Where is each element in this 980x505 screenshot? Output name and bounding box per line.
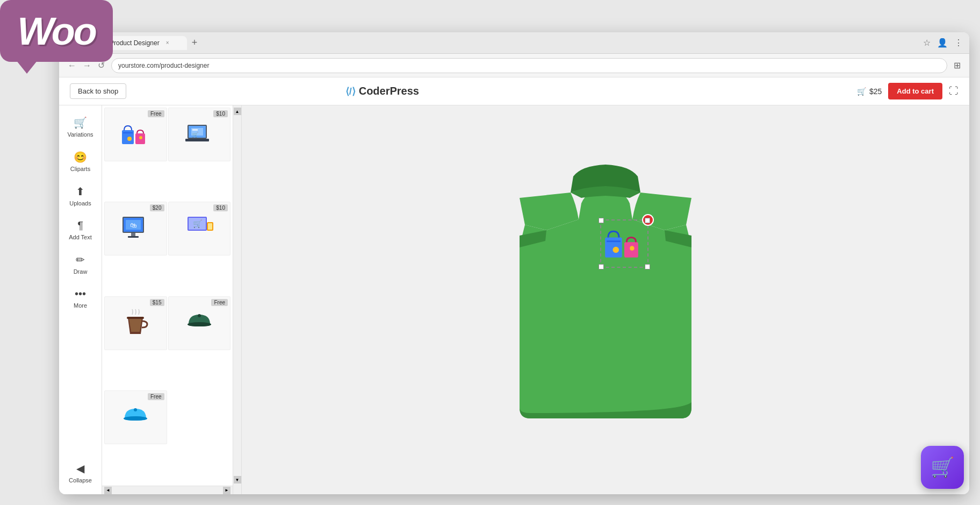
fullscreen-button[interactable]: ⛶ [949, 86, 959, 97]
app-brand-name: CoderPress [359, 85, 419, 97]
svg-rect-27 [605, 237, 622, 257]
header-right: 🛒 $25 Add to cart ⛶ [857, 83, 959, 99]
svg-rect-9 [192, 129, 198, 131]
sidebar-item-uploads[interactable]: ⬆ Uploads [62, 180, 99, 212]
sidebar-item-collapse[interactable]: ◀ Collapse [62, 457, 99, 489]
selected-clipart-image [601, 221, 647, 267]
address-bar[interactable]: yourstore.com/product-designer [111, 58, 947, 73]
scroll-left-button[interactable]: ◄ [104, 487, 112, 494]
list-item[interactable]: Free [104, 108, 167, 161]
new-tab-button[interactable]: + [187, 35, 202, 51]
canvas-area: ✕ [242, 105, 969, 494]
clipart-badge: $15 [150, 299, 164, 306]
more-label: More [74, 302, 87, 309]
clipart-badge: Free [148, 110, 164, 117]
sidebar-item-more[interactable]: ••• More [62, 282, 99, 314]
sidebar: 🛒 Variations 😊 Cliparts ⬆ Uploads ¶ Add … [59, 105, 102, 494]
woo-logo-text: Woo [17, 12, 96, 51]
svg-text:🛍: 🛍 [130, 222, 136, 229]
svg-rect-0 [122, 130, 134, 144]
resize-handle-tl[interactable] [599, 218, 604, 223]
bookmark-icon[interactable]: ☆ [923, 38, 931, 48]
list-item[interactable]: Free [104, 390, 167, 444]
svg-point-4 [139, 136, 142, 139]
clipart-panel: ▲ ▼ ◄ ► Free [102, 105, 242, 494]
svg-text:🛒: 🛒 [192, 219, 202, 229]
profile-icon[interactable]: 👤 [937, 38, 948, 48]
clipart-badge: Free [211, 299, 228, 306]
sidebar-item-variations[interactable]: 🛒 Variations [62, 111, 99, 143]
svg-rect-13 [131, 233, 135, 236]
add-to-cart-button[interactable]: Add to cart [888, 83, 942, 99]
address-text: yourstore.com/product-designer [118, 62, 209, 69]
uploads-label: Uploads [69, 200, 91, 207]
variations-label: Variations [67, 131, 93, 138]
clipart-grid: Free [102, 105, 241, 494]
address-icons: ⊞ [954, 60, 961, 70]
clipart-image [183, 307, 215, 339]
app-icon-corner: 🛒 [921, 446, 964, 489]
draw-label: Draw [74, 268, 88, 275]
browser-titlebar: Product Designer × + ☆ 👤 ⋮ [59, 32, 969, 54]
browser-window: Product Designer × + ☆ 👤 ⋮ ← → ↺ yoursto… [59, 32, 969, 494]
list-item[interactable]: $10 🛒 [168, 202, 231, 255]
svg-rect-14 [128, 236, 139, 238]
list-item[interactable]: $20 🛍 [104, 202, 167, 255]
scroll-down-button[interactable]: ▼ [234, 476, 241, 483]
clipart-badge: $10 [213, 110, 228, 117]
svg-point-24 [198, 314, 201, 317]
clipart-image: 🛒 [183, 212, 215, 245]
cart-amount: $25 [869, 87, 882, 96]
clipart-image: 🛍 [119, 212, 152, 245]
app-icon-emoji: 🛒 [931, 456, 955, 479]
list-item[interactable]: Free [168, 296, 231, 350]
svg-rect-7 [185, 139, 209, 141]
more-icon: ••• [75, 288, 86, 300]
extensions-icon[interactable]: ⊞ [954, 60, 961, 70]
collapse-icon: ◀ [76, 462, 84, 475]
svg-point-30 [613, 246, 619, 252]
add-text-label: Add Text [69, 234, 92, 240]
coderpress-logo-icon: ⟨/⟩ [345, 86, 356, 97]
browser-tab-area: Product Designer × + [101, 35, 919, 51]
sidebar-item-add-text[interactable]: ¶ Add Text [62, 214, 99, 246]
tshirt-canvas[interactable]: ✕ [487, 160, 724, 440]
cart-icon: 🛒 [857, 87, 866, 96]
svg-text:🛒: 🛒 [192, 131, 199, 138]
draw-icon: ✏ [76, 253, 85, 266]
uploads-icon: ⬆ [76, 185, 85, 198]
svg-point-31 [630, 246, 635, 251]
resize-handle-bl[interactable] [599, 264, 604, 269]
selected-clipart[interactable]: ✕ [600, 219, 648, 268]
clipart-image [119, 307, 152, 339]
clipart-badge: $20 [150, 204, 164, 211]
list-item[interactable]: $10 🛒 [168, 108, 231, 161]
svg-rect-28 [607, 240, 621, 242]
browser-content: Back to shop ⟨/⟩ CoderPress 🛒 $25 Add to… [59, 77, 969, 494]
clipart-image [119, 401, 152, 433]
cart-price-display: 🛒 $25 [857, 87, 882, 96]
app-header: Back to shop ⟨/⟩ CoderPress 🛒 $25 Add to… [59, 77, 969, 105]
woo-logo: Woo [0, 0, 129, 81]
sidebar-item-draw[interactable]: ✏ Draw [62, 248, 99, 280]
svg-point-26 [134, 408, 137, 411]
tshirt-svg [487, 160, 724, 440]
scroll-up-button[interactable]: ▲ [234, 108, 241, 115]
sidebar-item-cliparts[interactable]: 😊 Cliparts [62, 145, 99, 177]
list-item[interactable]: $15 [104, 296, 167, 350]
tab-close-button[interactable]: × [164, 39, 171, 47]
cliparts-icon: 😊 [74, 151, 87, 163]
app-logo: ⟨/⟩ CoderPress [345, 85, 419, 97]
scroll-right-button[interactable]: ► [223, 487, 230, 494]
resize-handle-br[interactable] [645, 264, 650, 269]
clipart-image: 🛒 [183, 118, 215, 151]
svg-rect-22 [127, 317, 144, 319]
back-to-shop-button[interactable]: Back to shop [70, 83, 126, 99]
svg-rect-1 [123, 132, 133, 133]
add-text-icon: ¶ [77, 219, 83, 232]
browser-controls: ☆ 👤 ⋮ [923, 38, 963, 48]
app-body: 🛒 Variations 😊 Cliparts ⬆ Uploads ¶ Add … [59, 105, 969, 494]
resize-handle-tr[interactable] [645, 218, 650, 223]
menu-icon[interactable]: ⋮ [954, 38, 963, 48]
svg-point-23 [188, 322, 211, 326]
